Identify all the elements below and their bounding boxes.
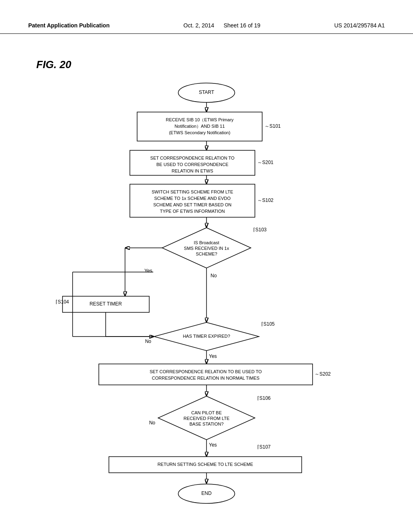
s104-step: ⌈S104 [56,299,69,305]
header-center: Oct. 2, 2014 Sheet 16 of 19 [184,22,261,29]
s102-text3: SCHEME AND SET TIMER BASED ON [153,202,232,207]
header-right: US 2014/295784 A1 [334,22,385,29]
s102-text1: SWITCH SETTING SCHEME FROM LTE [152,189,233,194]
header-sheet: Sheet 16 of 19 [223,22,260,29]
s202-text2: CORRESPONDENCE RELATION IN NORMAL TIMES [152,376,260,380]
s106-text2: RECEIVED FROM LTE [184,416,229,421]
s107-step: ⌈S107 [257,444,271,450]
s202-box [99,364,313,385]
s201-step: ～S201 [257,160,273,165]
s101-text1: RECEIVE SIB 10（ETWS Primary [166,117,234,122]
s105-no-label: No [145,339,152,344]
flowchart-svg: START RECEIVE SIB 10（ETWS Primary Notifi… [0,71,413,522]
s103-yes-label: Yes [144,268,152,274]
s106-yes-label: Yes [209,442,217,448]
s104-text: RESET TIMER [90,301,122,307]
s102-text4: TYPE OF ETWS INFORMATION [160,209,225,214]
s107-text: RETURN SETTING SCHEME TO LTE SCHEME [157,462,253,467]
flowchart: START RECEIVE SIB 10（ETWS Primary Notifi… [0,71,413,522]
header-date: Oct. 2, 2014 [184,22,214,29]
s106-text1: CAN PILOT BE [191,410,222,415]
s103-no-label: No [211,273,217,278]
s201-text1: SET CORRESPONDENCE RELATION TO [150,156,235,160]
s103-text2: SMS RECEIVED IN 1x [184,246,229,251]
s202-step: ～S202 [315,371,331,377]
header-left: Patent Application Publication [28,22,110,29]
s102-step: ～S102 [257,197,273,203]
figure-title: FIG. 20 [36,58,71,71]
header: Patent Application Publication Oct. 2, 2… [0,0,413,34]
page: Patent Application Publication Oct. 2, 2… [0,0,413,532]
s106-step: ⌈S106 [257,395,271,401]
s101-step: ～S101 [265,123,281,129]
end-label: END [201,490,212,496]
s106-no-label: No [149,420,156,426]
s201-text3: RELATION IN ETWS [171,168,213,173]
s105-text: HAS TIMER EXPIRED? [183,334,230,339]
s201-text2: BE USED TO CORRESPONDENCE [156,162,229,167]
s202-text1: SET CORRESPONDENCE RELATION TO BE USED T… [150,369,262,374]
s103-text3: SCHEME? [196,251,217,256]
s102-text2: SCHEME TO 1x SCHEME AND EVDO [154,196,231,201]
s103-step: ⌈S103 [253,227,267,233]
s101-text2: Notification）AND SIB 11 [175,124,225,129]
s105-step: ⌈S105 [261,321,275,327]
s101-text3: (ETWS Secondary Notification) [169,130,230,135]
s105-yes-label: Yes [209,353,217,359]
start-label: START [199,89,215,95]
s103-text1: IS Broadcast [194,240,219,245]
s106-text3: BASE STATION? [190,422,224,426]
